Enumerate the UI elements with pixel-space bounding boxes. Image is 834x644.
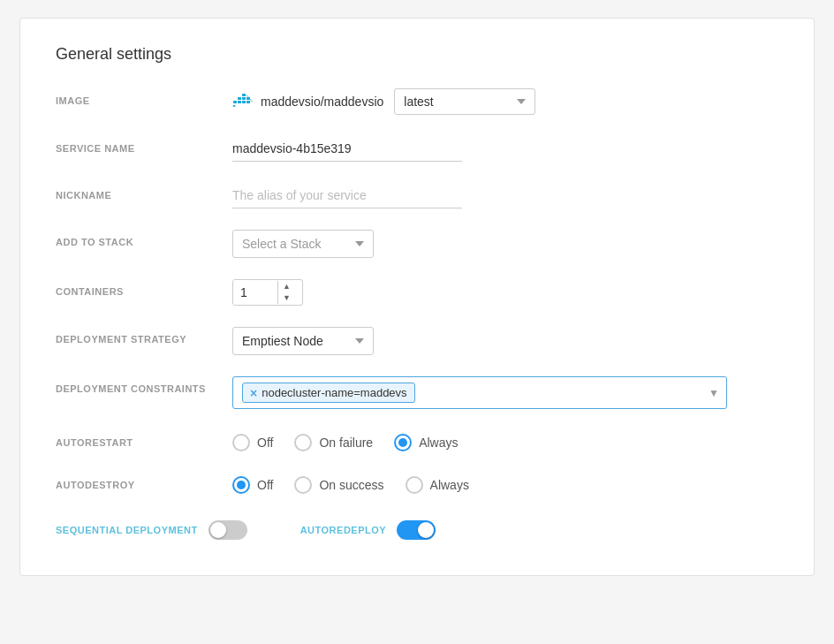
containers-label: CONTAINERS bbox=[56, 279, 232, 297]
image-name: maddevsio/maddevsio bbox=[232, 94, 383, 110]
svg-rect-4 bbox=[242, 97, 246, 100]
constraints-dropdown-icon[interactable]: ▼ bbox=[709, 387, 719, 399]
svg-rect-3 bbox=[242, 101, 246, 103]
containers-row: CONTAINERS ▲ ▼ bbox=[56, 279, 778, 306]
add-to-stack-select[interactable]: Select a Stack bbox=[232, 230, 374, 258]
spinner-down-button[interactable]: ▼ bbox=[278, 292, 295, 304]
autodestroy-always-radio[interactable] bbox=[406, 476, 423, 494]
autorestart-control: Off On failure Always bbox=[232, 430, 778, 451]
sequential-deployment-knob bbox=[210, 522, 226, 538]
svg-point-8 bbox=[233, 105, 236, 107]
autodestroy-off-radio-inner bbox=[237, 481, 246, 489]
constraint-remove-button[interactable]: × bbox=[250, 387, 257, 399]
containers-spinner: ▲ ▼ bbox=[232, 279, 303, 306]
image-name-text: maddevsio/maddevsio bbox=[261, 95, 383, 109]
service-name-control bbox=[232, 136, 778, 162]
deployment-constraints-row: DEPLOYMENT CONSTRAINTS × nodecluster-nam… bbox=[56, 376, 778, 409]
general-settings-card: General settings IMAGE maddevsio bbox=[19, 18, 815, 576]
autodestroy-radio-group: Off On success Always bbox=[232, 473, 778, 494]
svg-rect-0 bbox=[233, 101, 237, 103]
deployment-strategy-label: DEPLOYMENT STRATEGY bbox=[56, 327, 232, 345]
autorestart-row: AUTORESTART Off On failure Always bbox=[56, 430, 778, 451]
autodestroy-off-radio[interactable] bbox=[232, 476, 250, 494]
image-control: maddevsio/maddevsio latest stable dev bbox=[232, 88, 778, 115]
autorestart-on-failure-label: On failure bbox=[319, 436, 373, 450]
autoredeploy-toggle[interactable] bbox=[397, 520, 436, 540]
deployment-strategy-row: DEPLOYMENT STRATEGY Emptiest Node Round … bbox=[56, 327, 778, 355]
svg-rect-5 bbox=[242, 94, 246, 96]
svg-rect-1 bbox=[238, 101, 241, 103]
autorestart-always-radio[interactable] bbox=[394, 434, 412, 451]
add-to-stack-control: Select a Stack bbox=[232, 230, 778, 258]
sequential-deployment-toggle[interactable] bbox=[208, 520, 247, 540]
autorestart-always-label: Always bbox=[419, 436, 458, 450]
deployment-strategy-select[interactable]: Emptiest Node Round Robin Every Node bbox=[232, 327, 374, 355]
containers-control: ▲ ▼ bbox=[232, 279, 778, 306]
containers-input[interactable] bbox=[233, 280, 277, 305]
autodestroy-on-success-option[interactable]: On success bbox=[294, 476, 383, 494]
autorestart-radio-group: Off On failure Always bbox=[232, 430, 778, 451]
add-to-stack-label: ADD TO STACK bbox=[56, 230, 232, 247]
service-name-label: SERVICE NAME bbox=[56, 136, 232, 154]
autorestart-off-label: Off bbox=[257, 436, 273, 450]
autodestroy-off-option[interactable]: Off bbox=[232, 476, 273, 494]
autoredeploy-group: AUTOREDEPLOY bbox=[300, 520, 436, 540]
autodestroy-always-option[interactable]: Always bbox=[406, 476, 469, 494]
deployment-constraints-control: × nodecluster-name=maddevs ▼ bbox=[232, 376, 778, 409]
section-title: General settings bbox=[56, 45, 778, 64]
service-name-row: SERVICE NAME bbox=[56, 136, 778, 162]
sequential-deployment-group: SEQUENTIAL DEPLOYMENT bbox=[56, 520, 247, 540]
autodestroy-row: AUTODESTROY Off On success Always bbox=[56, 473, 778, 494]
autorestart-always-radio-inner bbox=[398, 438, 407, 447]
autorestart-on-failure-radio[interactable] bbox=[294, 434, 312, 451]
image-label: IMAGE bbox=[56, 88, 232, 106]
autorestart-always-option[interactable]: Always bbox=[394, 434, 458, 451]
autodestroy-control: Off On success Always bbox=[232, 473, 778, 494]
autorestart-off-option[interactable]: Off bbox=[232, 434, 273, 451]
spinner-buttons: ▲ ▼ bbox=[277, 281, 295, 304]
autoredeploy-knob bbox=[418, 522, 434, 538]
bottom-row: SEQUENTIAL DEPLOYMENT AUTOREDEPLOY bbox=[56, 520, 778, 540]
docker-icon bbox=[232, 94, 255, 110]
nickname-label: NICKNAME bbox=[56, 183, 232, 201]
sequential-deployment-label: SEQUENTIAL DEPLOYMENT bbox=[56, 525, 198, 535]
autoredeploy-label: AUTOREDEPLOY bbox=[300, 525, 386, 535]
autodestroy-on-success-radio[interactable] bbox=[294, 476, 312, 494]
image-row: IMAGE maddevsio/maddevsio bbox=[56, 88, 778, 115]
image-tag-select[interactable]: latest stable dev bbox=[394, 88, 535, 115]
autodestroy-off-label: Off bbox=[257, 478, 273, 492]
svg-rect-6 bbox=[246, 101, 250, 103]
constraint-tag: × nodecluster-name=maddevs bbox=[242, 383, 415, 403]
autodestroy-always-label: Always bbox=[430, 478, 469, 492]
autodestroy-on-success-label: On success bbox=[319, 478, 383, 492]
nickname-input[interactable] bbox=[232, 183, 462, 208]
svg-rect-2 bbox=[238, 97, 241, 100]
autorestart-off-radio[interactable] bbox=[232, 434, 250, 451]
service-name-input[interactable] bbox=[232, 136, 462, 162]
constraints-input[interactable]: × nodecluster-name=maddevs ▼ bbox=[232, 376, 727, 409]
deployment-constraints-label: DEPLOYMENT CONSTRAINTS bbox=[56, 376, 232, 394]
autorestart-label: AUTORESTART bbox=[56, 430, 232, 448]
add-to-stack-row: ADD TO STACK Select a Stack bbox=[56, 230, 778, 258]
autodestroy-label: AUTODESTROY bbox=[56, 473, 232, 490]
autorestart-on-failure-option[interactable]: On failure bbox=[294, 434, 373, 451]
nickname-control bbox=[232, 183, 778, 208]
spinner-up-button[interactable]: ▲ bbox=[278, 281, 295, 292]
nickname-row: NICKNAME bbox=[56, 183, 778, 208]
constraint-value: nodecluster-name=maddevs bbox=[262, 386, 406, 399]
deployment-strategy-control: Emptiest Node Round Robin Every Node bbox=[232, 327, 778, 355]
